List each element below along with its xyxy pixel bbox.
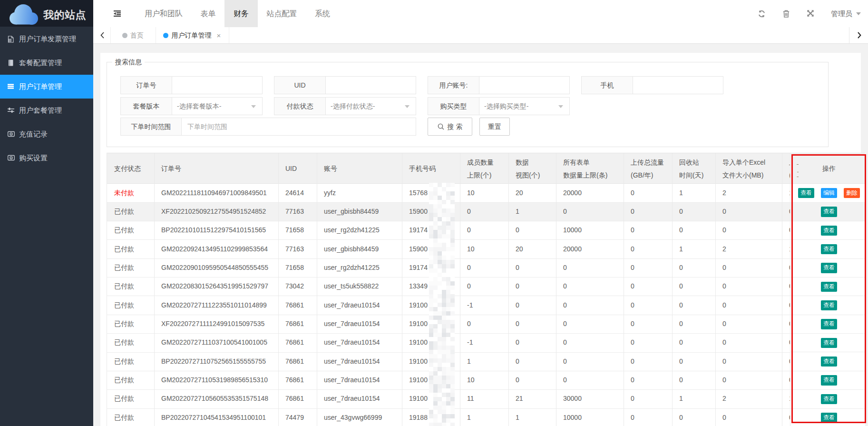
svg-text:0: 0 [10, 133, 12, 136]
svg-text:0: 0 [10, 157, 12, 159]
